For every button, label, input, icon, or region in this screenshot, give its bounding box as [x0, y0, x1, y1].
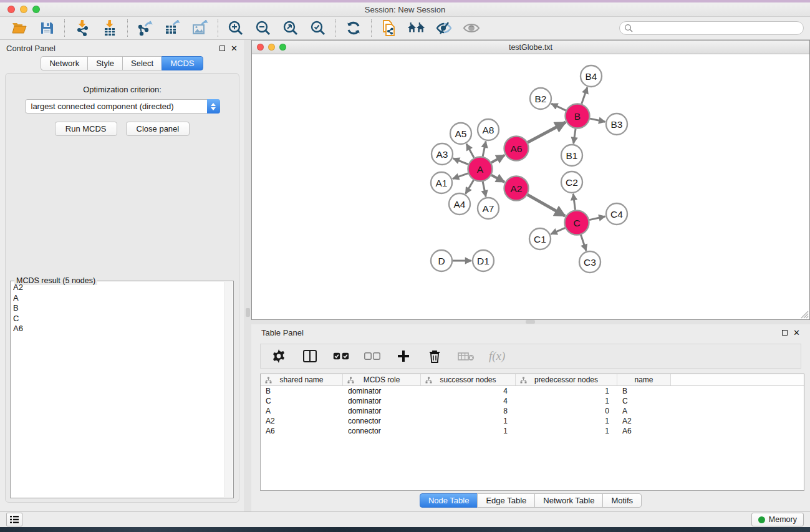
import-network-icon[interactable] — [73, 19, 92, 37]
node-C4[interactable]: C4 — [606, 203, 627, 225]
node-A3[interactable]: A3 — [432, 143, 453, 165]
edge-A-A6[interactable] — [491, 155, 504, 163]
node-A4[interactable]: A4 — [449, 193, 470, 215]
table-row-C[interactable]: Cdominator41C — [261, 396, 804, 406]
node-D[interactable]: D — [431, 250, 452, 271]
close-panel-button[interactable]: Close panel — [126, 122, 190, 136]
show-columns-icon[interactable] — [302, 348, 318, 364]
cell[interactable]: A — [261, 406, 343, 416]
tab-node-table[interactable]: Node Table — [420, 493, 478, 508]
network-canvas[interactable]: AA2A6BCA1A3A4A5A7A8B1B2B3B4C1C2C3C4DD1 — [252, 54, 809, 319]
column-header-name[interactable]: name — [617, 374, 671, 385]
edge-B-B4[interactable] — [582, 87, 587, 104]
cell[interactable]: B — [261, 386, 343, 396]
deselect-all-icon[interactable] — [364, 348, 380, 364]
apply-function-icon[interactable]: f(x) — [489, 348, 505, 364]
edge-A-A3[interactable] — [453, 158, 468, 165]
export-network-icon[interactable] — [136, 19, 155, 37]
memory-button[interactable]: Memory — [751, 513, 804, 526]
cell[interactable]: C — [617, 396, 671, 406]
result-list-item[interactable]: A6 — [13, 324, 224, 334]
cell[interactable]: 1 — [516, 396, 617, 406]
export-image-icon[interactable] — [191, 19, 210, 37]
table-close-panel-icon[interactable]: ✕ — [793, 329, 800, 337]
tab-network-table[interactable]: Network Table — [534, 493, 603, 508]
cell[interactable]: A2 — [617, 416, 671, 426]
node-A2[interactable]: A2 — [504, 177, 529, 201]
import-table-icon[interactable] — [100, 19, 119, 37]
cell[interactable]: dominator — [343, 406, 421, 416]
save-session-icon[interactable] — [37, 19, 56, 37]
search-input[interactable] — [619, 21, 804, 35]
network-minimize-button[interactable] — [268, 44, 275, 51]
edge-C-C4[interactable] — [589, 216, 605, 220]
table-float-panel-icon[interactable] — [782, 330, 788, 336]
add-column-icon[interactable] — [395, 348, 412, 364]
cell[interactable]: 1 — [421, 426, 516, 436]
node-C1[interactable]: C1 — [529, 228, 551, 249]
cell[interactable]: A6 — [261, 426, 343, 436]
node-A8[interactable]: A8 — [478, 119, 499, 140]
tab-motifs[interactable]: Motifs — [602, 493, 642, 508]
cell[interactable]: dominator — [343, 386, 421, 396]
node-B1[interactable]: B1 — [561, 145, 582, 166]
table-row-A[interactable]: Adominator80A — [261, 406, 804, 416]
node-A5[interactable]: A5 — [450, 123, 471, 144]
network-maximize-button[interactable] — [279, 44, 286, 51]
node-B3[interactable]: B3 — [606, 114, 627, 135]
cell[interactable]: connector — [343, 416, 421, 426]
edge-A2-C[interactable] — [528, 195, 565, 216]
tab-edge-table[interactable]: Edge Table — [477, 493, 535, 508]
edge-B-B2[interactable] — [551, 104, 566, 110]
cell[interactable]: 8 — [421, 406, 516, 416]
select-all-icon[interactable] — [333, 348, 349, 364]
cell[interactable]: 4 — [421, 386, 516, 396]
zoom-selected-icon[interactable] — [309, 19, 327, 37]
result-list-item[interactable]: B — [13, 303, 224, 314]
node-A6[interactable]: A6 — [504, 137, 529, 161]
zoom-in-icon[interactable] — [226, 19, 245, 37]
node-C[interactable]: C — [565, 211, 589, 235]
vertical-splitter-handle[interactable] — [246, 308, 250, 317]
cell[interactable]: A2 — [261, 416, 343, 426]
cell[interactable]: connector — [343, 426, 421, 436]
cell[interactable]: dominator — [343, 396, 421, 406]
tab-style[interactable]: Style — [87, 56, 123, 70]
node-A1[interactable]: A1 — [431, 172, 452, 193]
edge-A-A2[interactable] — [491, 175, 504, 182]
edge-B-B3[interactable] — [590, 118, 605, 122]
cell[interactable]: 1 — [516, 386, 617, 396]
run-mcds-button[interactable]: Run MCDS — [55, 122, 117, 136]
network-close-button[interactable] — [257, 44, 264, 51]
table-row-B[interactable]: Bdominator41B — [261, 386, 804, 396]
zoom-fit-icon[interactable] — [281, 19, 300, 37]
close-panel-icon[interactable]: ✕ — [231, 44, 238, 52]
cell[interactable]: A6 — [617, 426, 671, 436]
birds-eye-view-icon[interactable] — [462, 19, 481, 37]
cell[interactable]: B — [617, 386, 671, 396]
cell[interactable]: C — [261, 396, 343, 406]
node-B2[interactable]: B2 — [530, 88, 551, 109]
edge-C-C2[interactable] — [573, 194, 575, 210]
window-resize-grip[interactable] — [801, 311, 809, 319]
cell[interactable]: 0 — [516, 406, 617, 416]
edge-C-C3[interactable] — [581, 235, 586, 251]
node-B[interactable]: B — [566, 104, 590, 128]
export-table-icon[interactable] — [163, 19, 182, 37]
horizontal-splitter-handle[interactable] — [526, 320, 535, 324]
cell[interactable]: 1 — [516, 426, 617, 436]
result-list-item[interactable]: A2 — [13, 283, 224, 293]
edge-A-A4[interactable] — [466, 180, 474, 194]
node-A7[interactable]: A7 — [478, 198, 499, 219]
column-header-MCDS-role[interactable]: MCDS role — [343, 374, 421, 385]
result-list-item[interactable]: C — [13, 314, 224, 324]
float-panel-icon[interactable] — [219, 46, 225, 51]
first-neighbors-icon[interactable] — [407, 19, 426, 37]
hide-graphics-details-icon[interactable] — [435, 19, 453, 37]
column-header-predecessor-nodes[interactable]: predecessor nodes — [516, 374, 617, 385]
table-row-A6[interactable]: A6connector11A6 — [261, 426, 804, 436]
node-C3[interactable]: C3 — [579, 251, 600, 273]
edge-A6-B[interactable] — [528, 122, 566, 142]
tab-mcds[interactable]: MCDS — [162, 56, 203, 70]
edge-A-A8[interactable] — [483, 142, 486, 157]
